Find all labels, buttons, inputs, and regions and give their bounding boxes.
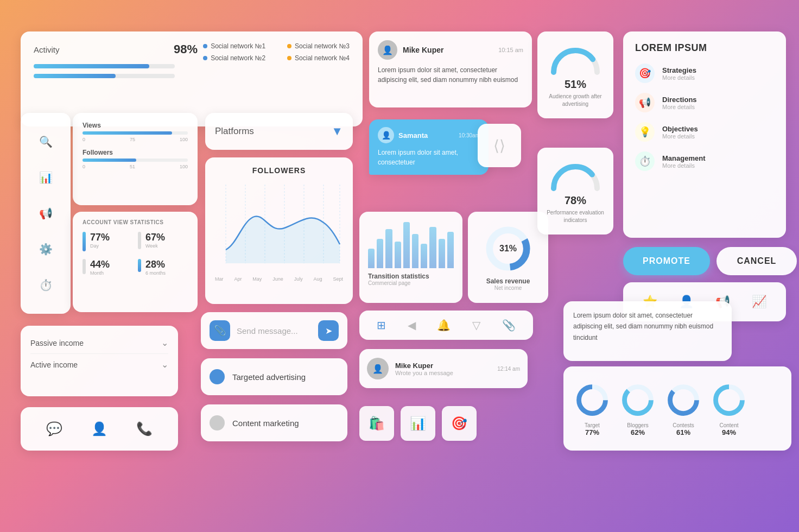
directions-icon: 📢: [635, 93, 655, 112]
lorem-title: LOREM IPSUM: [635, 42, 774, 54]
gauge51-percent: 51%: [565, 78, 586, 91]
user-icon[interactable]: 👤: [91, 421, 107, 436]
activity-bar-2: [34, 74, 175, 78]
back-icon[interactable]: ◀: [408, 319, 416, 332]
avs-item-month: 44% Month: [83, 259, 132, 276]
samanta-avatar: 👤: [378, 127, 394, 143]
mike-time: 10:15 am: [498, 47, 523, 53]
account-view-stats-card: ACCOUNT VIEW STATISTICS 77% Day 67% Week: [73, 212, 198, 312]
transition-stats-card: Transition statistics Commercial page: [359, 212, 462, 303]
chat-icon[interactable]: 💬: [46, 421, 62, 436]
contests-chart: Contests 61%: [664, 381, 702, 436]
lorem-management: ⏱️ Management More details: [635, 151, 774, 171]
content-chart-percent: 94%: [710, 428, 748, 436]
cancel-button[interactable]: CANCEL: [716, 247, 797, 275]
sn-dot-3: [287, 44, 291, 48]
mike-message: Lorem ipsum dolor sit amet, consectetuer…: [378, 65, 523, 85]
chevron-down-icon: ▼: [331, 124, 343, 138]
passive-income-item[interactable]: Passive income ⌄: [30, 332, 168, 354]
views-scale: 075100: [83, 137, 188, 142]
sidebar-settings-icon[interactable]: ⚙️: [36, 239, 55, 259]
lorem-body: Lorem ipsum dolor sit amet, consectetuer…: [573, 310, 722, 343]
sidebar-timer-icon[interactable]: ⏱️: [36, 275, 55, 295]
attachment-icon: 📎: [210, 320, 230, 341]
filter-icon[interactable]: ▽: [472, 319, 480, 332]
objectives-icon: 💡: [635, 122, 655, 142]
active-income-item[interactable]: Active income ⌄: [30, 354, 168, 375]
sn-dot-2: [203, 56, 207, 60]
share-icon: ⟨⟩: [493, 137, 505, 155]
sidebar-search-icon[interactable]: 🔍: [36, 132, 55, 151]
target-icon-btn[interactable]: 🎯: [442, 406, 477, 441]
gauge51-label: Audience growth after advertising: [545, 93, 606, 108]
sn-item-2: Social network №2: [203, 54, 265, 62]
platforms-dropdown[interactable]: Platforms ▼: [205, 113, 353, 150]
platforms-label: Platforms: [215, 126, 254, 137]
sidebar-megaphone-icon[interactable]: 📢: [36, 204, 55, 223]
gauge78-card: 78% Performance evaluation indicators: [537, 148, 613, 235]
gauge78-percent: 78%: [565, 194, 586, 207]
content-marketing-card[interactable]: Content marketing: [201, 404, 347, 441]
phone-icon[interactable]: 📞: [136, 421, 153, 436]
transition-title: Transition statistics: [368, 273, 454, 280]
target-percent: 77%: [573, 428, 611, 436]
promote-button[interactable]: PROMOTE: [623, 247, 710, 275]
chat-mike-card: 👤 Mike Kuper 10:15 am Lorem ipsum dolor …: [369, 31, 532, 107]
gauge78-label: Performance evaluation indicators: [545, 209, 606, 224]
chart-labels: MarAprMayJuneJulyAugSept: [215, 276, 343, 282]
sn-item-4: Social network №4: [287, 54, 350, 62]
action-bottom-icons: 🛍️ 📊 🎯: [359, 406, 477, 441]
followers-label: Followers: [83, 149, 188, 156]
sn-item-1: Social network №1: [203, 42, 265, 50]
lorem-text-card: Lorem ipsum dolor sit amet, consectetuer…: [563, 301, 732, 361]
followers-title: FOLLOWERS: [215, 166, 343, 175]
mike-notif-time: 12:14 am: [497, 366, 520, 372]
transition-sub: Commercial page: [368, 280, 454, 286]
strategies-text: Strategies More details: [662, 66, 696, 81]
passive-chevron-icon: ⌄: [161, 338, 168, 348]
bell-icon[interactable]: 🔔: [437, 319, 451, 332]
chart-up-icon[interactable]: 📈: [752, 295, 766, 309]
samanta-message: Lorem ipsum dolor sit amet, consectetuer: [378, 148, 480, 167]
lorem-directions: 📢 Directions More details: [635, 93, 774, 112]
active-income-label: Active income: [30, 360, 78, 369]
followers-chart-area: [215, 179, 343, 274]
lorem-strategies: 🎯 Strategies More details: [635, 64, 774, 83]
paperclip-icon[interactable]: 📎: [502, 319, 516, 332]
directions-text: Directions More details: [662, 96, 697, 110]
followers-bar: [83, 159, 188, 162]
target-chart: Target 77%: [573, 381, 611, 436]
targeted-advertising-card[interactable]: Targeted advertising: [201, 358, 347, 395]
chat-samanta: 👤 Samanta 10:30am Lorem ipsum dolor sit …: [369, 119, 489, 175]
chat-mike-header: 👤 Mike Kuper 10:15 am: [378, 40, 523, 60]
passive-income-label: Passive income: [30, 339, 84, 347]
sidebar-chart-icon[interactable]: 📊: [36, 168, 55, 187]
contests-label: Contests: [664, 422, 702, 428]
shop-icon-btn[interactable]: 🛍️: [359, 406, 394, 441]
sales-percent: 31%: [499, 244, 517, 254]
sidebar: 🔍 📊 📢 ⚙️ ⏱️: [21, 113, 71, 314]
followers-scale: 051100: [83, 164, 188, 169]
share-icon-card[interactable]: ⟨⟩: [478, 124, 521, 167]
sales-donut: 31%: [484, 224, 532, 273]
avs-item-day: 77% Day: [83, 232, 132, 254]
mike-notification-card: 👤 Mike Kuper Wrote you a message 12:14 a…: [359, 349, 528, 388]
targeted-label: Targeted advertising: [232, 372, 306, 382]
mike-notif-avatar: 👤: [367, 358, 389, 379]
bloggers-chart: Bloggers 62%: [619, 381, 657, 436]
send-button[interactable]: ➤: [318, 320, 339, 341]
activity-title: Activity: [34, 45, 60, 54]
avs-grid: 77% Day 67% Week 44% Month: [83, 232, 188, 276]
activity-card: Activity 98% Social network №1 Social ne…: [21, 31, 363, 126]
toolbar-card: ⊞ ◀ 🔔 ▽ 📎: [359, 311, 533, 340]
objectives-text: Objectives More details: [662, 125, 698, 140]
grid-icon[interactable]: ⊞: [377, 319, 386, 332]
target-dot: [210, 369, 225, 384]
content-label: Content marketing: [232, 419, 299, 428]
lorem-ipsum-card: LOREM IPSUM 🎯 Strategies More details 📢 …: [623, 31, 786, 238]
gauge51-card: 51% Audience growth after advertising: [537, 31, 613, 118]
activity-bar-1: [34, 64, 175, 68]
analytics-icon-btn[interactable]: 📊: [401, 406, 435, 441]
send-message-placeholder[interactable]: Send message...: [237, 326, 312, 335]
mike-name: Mike Kuper: [403, 46, 443, 54]
